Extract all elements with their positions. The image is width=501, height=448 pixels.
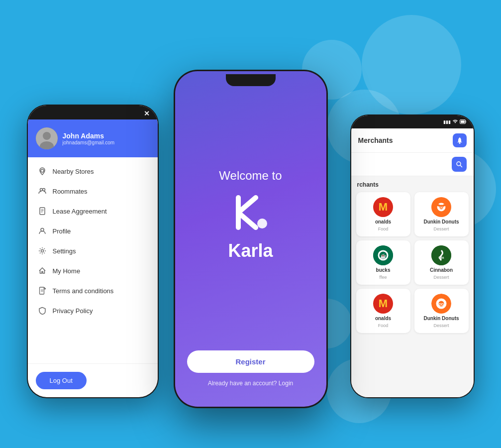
my-home-label: My Home	[53, 267, 81, 275]
left-phone-notch	[73, 108, 112, 117]
sidebar-item-profile[interactable]: Profile	[28, 221, 158, 241]
phones-container: ✕ Joh	[27, 20, 475, 428]
merchants-content: rchants M onalds Food	[351, 176, 474, 397]
merchant-name: onalds	[375, 219, 391, 224]
sidebar-item-settings[interactable]: Settings	[28, 241, 158, 261]
left-phone: ✕ Joh	[27, 105, 159, 398]
center-phone: Welcome to Karla Register Alr	[174, 70, 328, 408]
profile-label: Profile	[53, 227, 71, 235]
sidebar-item-my-home[interactable]: My Home	[28, 261, 158, 281]
sidebar-item-roommates[interactable]: Roommates	[28, 181, 158, 201]
svg-rect-17	[461, 120, 465, 123]
shield-icon	[38, 306, 47, 315]
sidebar-item-nearby-stores[interactable]: Nearby Stores	[28, 161, 158, 181]
lease-label: Lease Aggreement	[53, 208, 107, 215]
terms-label: Terms and conditions	[53, 287, 114, 295]
svg-text:DD: DD	[439, 303, 444, 306]
drawer-footer: Log Out	[28, 363, 158, 397]
user-name: John Adams	[63, 132, 115, 140]
right-phone-screen: ▮▮▮	[351, 115, 474, 397]
avatar	[36, 127, 58, 149]
list-item[interactable]: DD Dunkin Donuts Dessert	[414, 192, 469, 236]
list-item[interactable]: ☕ bucks ffee	[356, 240, 410, 285]
center-phone-screen: Welcome to Karla Register Alr	[175, 71, 326, 407]
roommates-label: Roommates	[53, 188, 88, 195]
merchant-name: onalds	[375, 316, 391, 321]
privacy-label: Privacy Policy	[53, 307, 93, 315]
merchant-category: Dessert	[433, 275, 449, 280]
svg-rect-12	[39, 287, 44, 294]
merchant-category: Food	[378, 226, 389, 231]
nearby-stores-label: Nearby Stores	[53, 168, 94, 175]
svg-point-18	[459, 142, 460, 144]
merchant-name: bucks	[376, 267, 391, 273]
list-item[interactable]: M onalds Food	[356, 289, 410, 333]
logout-button[interactable]: Log Out	[36, 372, 87, 389]
svg-point-5	[42, 189, 45, 191]
notification-button[interactable]	[453, 133, 467, 147]
sidebar-item-privacy[interactable]: Privacy Policy	[28, 301, 158, 321]
merchant-name: Dunkin Donuts	[423, 316, 459, 321]
drawer-header: John Adams johnadams@gmail.com	[28, 119, 158, 157]
app-name: Karla	[228, 240, 273, 261]
merchants-section-title: rchants	[356, 181, 469, 188]
people-icon	[38, 187, 47, 196]
wifi-icon	[452, 119, 458, 125]
welcome-footer: Register Already have an account? Login	[175, 350, 326, 407]
home-icon	[38, 266, 47, 275]
karla-logo-icon	[228, 193, 273, 232]
right-phone-notch-bar: ▮▮▮	[351, 115, 474, 128]
merchant-category: ffee	[380, 275, 387, 280]
svg-point-19	[457, 162, 461, 166]
sidebar-item-lease[interactable]: Lease Aggreement	[28, 201, 158, 221]
svg-point-15	[257, 219, 267, 228]
close-button[interactable]: ✕	[144, 110, 150, 117]
cinnabon-logo: Cin	[431, 245, 451, 265]
file-icon	[38, 286, 47, 295]
search-button[interactable]	[452, 157, 467, 172]
list-item[interactable]: DD Dunkin Donuts Dessert	[414, 289, 469, 333]
svg-line-20	[460, 166, 462, 167]
list-item[interactable]: M onalds Food	[356, 192, 410, 236]
right-phone-frame: ▮▮▮	[350, 114, 475, 398]
svg-point-11	[41, 250, 43, 252]
merchant-category: Food	[378, 323, 389, 328]
location-icon	[38, 167, 47, 176]
welcome-content: Welcome to Karla	[175, 89, 326, 350]
welcome-to-text: Welcome to	[219, 169, 282, 183]
right-notch	[393, 118, 423, 126]
document-icon	[38, 207, 47, 216]
center-notch	[226, 74, 276, 86]
gear-icon	[38, 246, 47, 255]
drawer-user-info: John Adams johnadams@gmail.com	[63, 132, 115, 145]
list-item[interactable]: Cin Cinnabon Dessert	[414, 240, 469, 285]
svg-text:Cin: Cin	[438, 256, 444, 259]
left-phone-notch-bar: ✕	[28, 106, 158, 119]
sidebar-item-terms[interactable]: Terms and conditions	[28, 281, 158, 301]
merchant-name: Cinnabon	[430, 267, 453, 273]
merchants-header: Merchants	[351, 128, 474, 153]
mcdonalds-logo: M	[373, 197, 393, 217]
avatar-image	[36, 127, 58, 149]
settings-label: Settings	[53, 247, 76, 255]
merchant-category: Dessert	[433, 323, 449, 328]
center-phone-frame: Welcome to Karla Register Alr	[174, 70, 328, 408]
svg-point-10	[41, 228, 44, 231]
svg-point-3	[41, 169, 44, 172]
person-icon	[38, 226, 47, 235]
search-bar	[351, 153, 474, 176]
svg-text:DD: DD	[439, 206, 443, 209]
drawer-menu: Nearby Stores Roommates	[28, 157, 158, 363]
signal-icon: ▮▮▮	[443, 119, 451, 124]
merchants-grid: M onalds Food DD	[356, 192, 469, 333]
dunkin-logo-2: DD	[431, 294, 451, 314]
left-phone-screen: ✕ Joh	[28, 106, 158, 397]
status-bar-icons: ▮▮▮	[443, 119, 467, 125]
starbucks-logo: ☕	[373, 245, 393, 265]
mcdonalds-logo-2: M	[373, 294, 393, 314]
merchant-category: Dessert	[433, 226, 449, 231]
center-notch-bar	[175, 71, 326, 89]
svg-text:☕: ☕	[380, 253, 387, 259]
register-button[interactable]: Register	[187, 350, 314, 373]
svg-point-1	[43, 132, 51, 140]
